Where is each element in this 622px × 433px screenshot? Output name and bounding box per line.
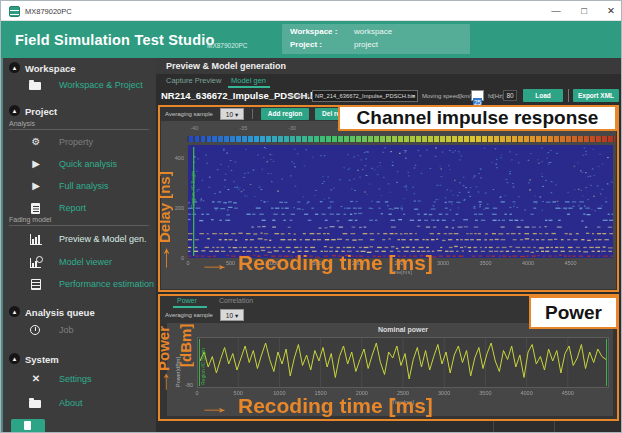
- sidebar-item-settings[interactable]: ✕ Settings: [1, 373, 156, 389]
- moving-speed-label: Moving speed[km/h]: [422, 93, 476, 99]
- fd-label: fd[Hz]: [488, 93, 504, 99]
- add-region-button[interactable]: Add region: [261, 108, 309, 120]
- report-icon: [31, 203, 40, 214]
- sidebar-section-system[interactable]: ▴ System: [1, 353, 156, 367]
- section-label: Workspace: [25, 63, 76, 74]
- annotation-power-x-arrow: →: [197, 398, 231, 416]
- sidebar-group-fading-model: Fading model: [9, 216, 149, 226]
- sidebar-item-model-viewer[interactable]: Model viewer: [1, 256, 156, 272]
- cir-averaging-dropdown[interactable]: 10 ▾: [220, 108, 244, 120]
- moving-speed-input[interactable]: 25: [471, 90, 484, 101]
- annotation-power-y-label-2: [dBm]: [177, 301, 194, 367]
- sidebar-item-label: Preview & Model gen.: [59, 234, 147, 244]
- power-region-marker-label: Region #0 Begin: [200, 341, 206, 385]
- app-icon: [9, 6, 20, 17]
- active-tab-underline: [228, 86, 270, 88]
- export-xml-button[interactable]: Export XML: [573, 89, 619, 102]
- sidebar-item-label: Settings: [59, 374, 92, 384]
- device-name: MX879020PC: [207, 42, 247, 49]
- chevron-down-icon: ▾: [235, 312, 238, 319]
- annotation-delay-label: Delay [ns]: [156, 141, 173, 243]
- header: Field Simulation Test Studio MX879020PC …: [1, 21, 622, 58]
- annotation-power-x-label: Recoding time [ms]: [238, 394, 433, 418]
- section-chevron-icon: ▴: [9, 306, 20, 317]
- sidebar-item-label: Quick analysis: [59, 159, 117, 169]
- section-chevron-icon: ▴: [9, 105, 20, 116]
- project-label: Project :: [290, 40, 322, 49]
- tools-icon: ✕: [29, 373, 43, 385]
- fd-value[interactable]: 80: [503, 90, 517, 101]
- full-analysis-icon: ▶: [29, 180, 43, 192]
- title-bar: MX879020PC — □ ✕: [1, 1, 622, 21]
- sidebar-item-preview-model-gen[interactable]: Preview & Model gen.: [1, 233, 156, 249]
- annotation-power-title: Power: [529, 296, 618, 329]
- cir-heatmap-canvas[interactable]: [188, 145, 613, 258]
- colorbar: [187, 136, 615, 142]
- controls-divider: [252, 109, 253, 119]
- quick-analysis-icon: ▶: [29, 158, 43, 170]
- app-title: Field Simulation Test Studio: [15, 32, 214, 48]
- section-label: Analysis queue: [25, 307, 95, 318]
- select-log-dropdown[interactable]: NR_214_636672_Impulse_PDSCH.bin ▾: [312, 90, 418, 102]
- sidebar-item-about[interactable]: About: [1, 397, 156, 413]
- workspace-info-box: Workspace : workspace Project : project: [282, 24, 470, 54]
- panel-title: Preview & Model generation: [166, 61, 286, 71]
- section-label: Project: [25, 106, 57, 117]
- sidebar-section-workspace[interactable]: ▴ Workspace: [1, 62, 156, 76]
- tab-correlation[interactable]: Correlation: [219, 297, 253, 304]
- chevron-down-icon: ▾: [412, 91, 415, 101]
- calculator-icon: [31, 279, 41, 290]
- cir-region-marker-label: Region #0 Begin: [190, 148, 196, 208]
- maximize-button[interactable]: □: [575, 3, 593, 19]
- section-chevron-icon: ▴: [9, 62, 20, 73]
- annotation-power-y-arrow: →: [154, 369, 172, 396]
- status-bar-divider: [554, 421, 555, 433]
- sidebar-bottom-tab[interactable]: [11, 419, 45, 432]
- annotation-cir-title: Channel impulse response: [338, 105, 617, 131]
- sidebar-item-label: Model viewer: [59, 257, 112, 267]
- annotation-delay-arrow: →: [153, 242, 173, 274]
- gear-icon: ⚙: [29, 136, 43, 148]
- power-averaging-value: 10: [226, 312, 233, 319]
- tab-model-gen[interactable]: Model gen: [231, 76, 266, 85]
- bar-chart-icon: [30, 234, 42, 245]
- sidebar-item-full-analysis[interactable]: ▶ Full analysis: [1, 180, 156, 196]
- sidebar-item-label: Report: [59, 203, 86, 213]
- chart-magnifier-icon: [30, 258, 41, 268]
- sidebar-item-label: Full analysis: [59, 181, 109, 191]
- minimize-button[interactable]: —: [547, 3, 565, 19]
- cir-averaging-value: 10: [226, 111, 233, 118]
- sidebar-item-quick-analysis[interactable]: ▶ Quick analysis: [1, 158, 156, 174]
- project-value: project: [354, 40, 378, 49]
- workspace-value: workspace: [354, 27, 392, 36]
- section-label: System: [25, 354, 59, 365]
- toolbar-divider: [568, 89, 569, 102]
- tab-capture-preview[interactable]: Capture Preview: [166, 76, 221, 85]
- sidebar-item-performance-estimation[interactable]: Performance estimation: [1, 278, 156, 294]
- folder-icon: [29, 400, 41, 408]
- app-window: MX879020PC — □ ✕ Field Simulation Test S…: [0, 0, 622, 433]
- clock-icon: [30, 325, 40, 335]
- power-line-canvas[interactable]: [197, 337, 609, 388]
- annotation-power-y-label-1: Power: [155, 299, 172, 371]
- power-averaging-dropdown[interactable]: 10 ▾: [220, 309, 244, 321]
- sidebar-item-label: Property: [59, 137, 93, 147]
- annotation-cir-x-label: Recoding time [ms]: [238, 251, 433, 275]
- sidebar-item-job[interactable]: Job: [1, 324, 156, 340]
- section-chevron-icon: ▴: [9, 353, 20, 364]
- panel-title-bar: Preview & Model generation: [156, 58, 622, 74]
- close-button[interactable]: ✕: [602, 3, 620, 19]
- load-button[interactable]: Load: [523, 89, 563, 102]
- sidebar-item-label: About: [59, 398, 83, 408]
- sidebar-item-property[interactable]: ⚙ Property: [1, 136, 156, 152]
- sidebar-section-project[interactable]: ▴ Project: [1, 105, 156, 119]
- sidebar-item-workspace-project[interactable]: Workspace & Project: [1, 79, 156, 95]
- select-log-value: NR_214_636672_Impulse_PDSCH.bin: [315, 93, 415, 99]
- sidebar-section-analysis-queue[interactable]: ▴ Analysis queue: [1, 306, 156, 320]
- sidebar-item-label: Job: [59, 325, 74, 335]
- status-bar-divider: [493, 421, 494, 433]
- sidebar-item-label: Performance estimation: [59, 279, 154, 289]
- window-title: MX879020PC: [25, 7, 72, 16]
- chevron-down-icon: ▾: [235, 111, 238, 118]
- workspace-label: Workspace :: [290, 27, 337, 36]
